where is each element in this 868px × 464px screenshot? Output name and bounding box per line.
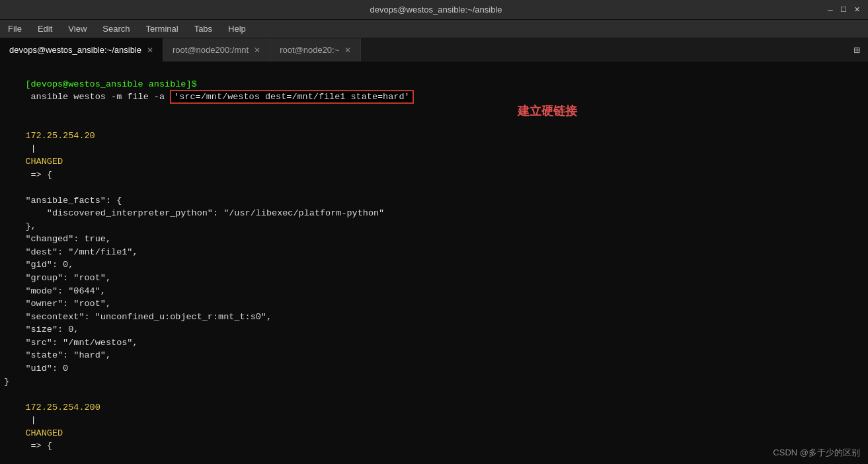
tab-node200-label: root@node200:/mnt	[173, 45, 249, 55]
b1-l3: },	[4, 220, 864, 233]
tab-devops[interactable]: devops@westos_ansible:~/ansible ✕	[0, 38, 163, 61]
host2-line: 172.25.254.200 | CHANGED => {	[4, 388, 864, 464]
b1-close: }	[4, 375, 864, 389]
window-controls: ─ ☐ ✕	[826, 5, 861, 15]
annotation-text: 建立硬链接	[518, 103, 577, 119]
title-bar: devops@westos_ansible:~/ansible ─ ☐ ✕	[0, 0, 868, 20]
host2-arrow: => {	[25, 441, 52, 451]
b1-l7: "group": "root",	[4, 272, 864, 285]
tab-node200-close[interactable]: ✕	[254, 46, 260, 55]
tab-node20[interactable]: root@node20:~ ✕	[270, 38, 361, 61]
tab-devops-label: devops@westos_ansible:~/ansible	[9, 45, 141, 55]
menu-edit[interactable]: Edit	[35, 22, 55, 35]
host1-arrow: => {	[25, 170, 52, 180]
minimize-button[interactable]: ─	[826, 5, 835, 15]
b1-l2: "discovered_interpreter_python": "/usr/l…	[4, 207, 864, 220]
b1-l14: "uid": 0	[4, 362, 864, 375]
host2-ip: 172.25.254.200	[25, 403, 100, 412]
watermark: CSDN @多于少的区别	[773, 447, 860, 459]
tab-node200[interactable]: root@node200:/mnt ✕	[163, 38, 270, 61]
tab-node20-close[interactable]: ✕	[344, 46, 351, 55]
b1-l12: "src": "/mnt/westos",	[4, 336, 864, 350]
b1-l11: "size": 0,	[4, 323, 864, 336]
tab-node20-label: root@node20:~	[280, 45, 339, 55]
close-button[interactable]: ✕	[852, 5, 861, 15]
b1-l8: "mode": "0644",	[4, 285, 864, 298]
window-title: devops@westos_ansible:~/ansible	[46, 5, 826, 15]
command-args-highlight: 'src=/mnt/westos dest=/mnt/file1 state=h…	[170, 90, 413, 104]
b1-l4: "changed": true,	[4, 233, 864, 246]
b1-l5: "dest": "/mnt/file1",	[4, 246, 864, 259]
menu-file[interactable]: File	[5, 22, 24, 35]
menu-bar: File Edit View Search Terminal Tabs Help	[0, 20, 868, 38]
tab-bar: devops@westos_ansible:~/ansible ✕ root@n…	[0, 38, 868, 62]
host1-status: CHANGED	[25, 157, 63, 167]
command-line: [devops@westos_ansible ansible]$ ansible…	[4, 65, 864, 116]
terminal-area[interactable]: [devops@westos_ansible ansible]$ ansible…	[0, 62, 868, 464]
b1-l1: "ansible_facts": {	[4, 194, 864, 208]
prompt-user: [devops@westos_ansible ansible]$	[25, 79, 196, 89]
menu-search[interactable]: Search	[100, 22, 132, 35]
host1-line: 172.25.254.20 | CHANGED => {	[4, 116, 864, 194]
restore-button[interactable]: ☐	[839, 5, 848, 15]
menu-tabs[interactable]: Tabs	[192, 22, 215, 35]
b1-l10: "secontext": "unconfined_u:object_r:mnt_…	[4, 311, 864, 324]
host2-sep: |	[25, 415, 41, 425]
host1-sep: |	[25, 143, 41, 153]
new-tab-button[interactable]: ⊞	[851, 41, 863, 59]
menu-view[interactable]: View	[65, 22, 89, 35]
b1-l13: "state": "hard",	[4, 349, 864, 362]
tab-bar-end: ⊞	[851, 38, 868, 61]
b1-l9: "owner": "root",	[4, 297, 864, 311]
host1-ip: 172.25.254.20	[25, 131, 95, 141]
host2-status: CHANGED	[25, 428, 63, 438]
menu-terminal[interactable]: Terminal	[143, 22, 181, 35]
command-text: ansible westos -m file -a	[25, 92, 170, 102]
b1-l6: "gid": 0,	[4, 258, 864, 272]
tab-devops-close[interactable]: ✕	[147, 46, 153, 55]
menu-help[interactable]: Help	[225, 22, 249, 35]
